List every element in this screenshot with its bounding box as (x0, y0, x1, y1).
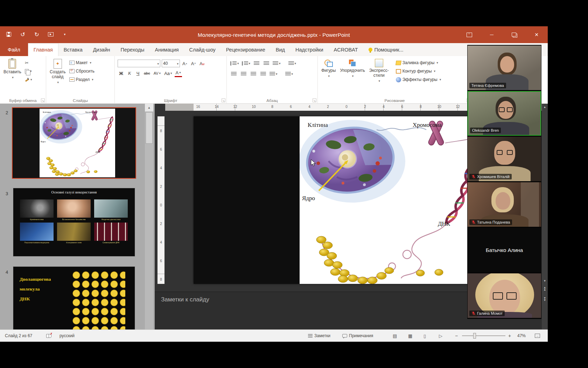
previous-slide-icon[interactable]: ▲▲ (542, 285, 548, 292)
next-slide-icon[interactable]: ▼▼ (542, 296, 548, 303)
clipboard-dialog-launcher-icon[interactable] (41, 98, 45, 102)
notes-icon (308, 334, 313, 338)
shape-effects-button[interactable]: Эффекты фигуры (394, 76, 443, 83)
increase-indent-button[interactable] (262, 60, 271, 67)
format-painter-button[interactable] (23, 76, 34, 83)
editor-scrollbar[interactable]: ▲ ▼ ▲▲ ▼▼ (542, 104, 548, 329)
reading-view-button[interactable]: ▯ (424, 330, 426, 342)
participant-video-2[interactable]: Oleksandr Bren (468, 91, 541, 136)
zoom-level[interactable]: 47% (517, 330, 526, 342)
participant-video-1[interactable]: Тетяна Єфремова (468, 46, 541, 90)
tab-animations[interactable]: Анимация (150, 43, 184, 56)
zoom-in-button[interactable] (508, 330, 511, 342)
justify-button[interactable] (259, 70, 267, 78)
forensics-image (20, 199, 54, 218)
paragraph-dialog-launcher-icon[interactable] (313, 98, 316, 102)
shape-fill-button[interactable]: Заливка фигуры (394, 59, 443, 67)
fit-to-window-button[interactable] (535, 330, 540, 342)
decrease-indent-button[interactable] (252, 60, 261, 67)
scroll-up-icon[interactable]: ▲ (145, 104, 153, 111)
columns-button[interactable] (269, 70, 278, 78)
align-text-button[interactable] (285, 70, 294, 78)
font-name-input[interactable] (119, 61, 157, 66)
slide-thumbnail-3[interactable]: Основні галузі використання Криміналісти… (13, 188, 135, 257)
scroll-down-icon[interactable]: ▼ (542, 278, 548, 285)
thumbnails-scrollbar[interactable]: ▲ (145, 104, 153, 329)
tab-tellme[interactable]: Помощник... (363, 43, 409, 56)
character-spacing-button[interactable]: AV (153, 69, 162, 77)
increase-font-icon[interactable]: А (181, 60, 189, 67)
justify-icon (260, 72, 266, 76)
tab-design[interactable]: Дизайн (88, 43, 115, 56)
new-slide-button[interactable]: Создатьслайд (48, 57, 68, 86)
scrollbar-thumb[interactable] (146, 112, 153, 144)
tab-review[interactable]: Рецензирование (221, 43, 271, 56)
arrange-button[interactable]: Упорядочить (338, 57, 367, 79)
ribbon-tabs: Файл Главная Вставка Дизайн Переходы Ани… (0, 43, 548, 56)
slideshow-view-button[interactable]: ▷ (439, 330, 442, 342)
numbering-button[interactable] (241, 60, 251, 67)
ribbon-display-options-button[interactable] (462, 29, 477, 40)
decrease-font-icon[interactable]: А (190, 60, 197, 67)
align-left-button[interactable] (230, 70, 238, 78)
bullets-button[interactable] (230, 60, 240, 67)
muted-mic-icon (471, 220, 476, 224)
clear-formatting-icon[interactable] (198, 60, 205, 67)
notes-toggle-button[interactable]: Заметки (308, 330, 330, 342)
change-case-button[interactable]: Aa (163, 69, 173, 77)
copy-button[interactable] (23, 67, 34, 75)
slide-sorter-view-button[interactable]: ▦ (408, 330, 412, 342)
tab-home[interactable]: Главная (28, 43, 58, 56)
participant-video-4[interactable]: Татьяна Поданева (468, 182, 541, 227)
paste-button[interactable]: Вставить (1, 57, 23, 81)
tab-transitions[interactable]: Переходы (115, 43, 150, 56)
align-center-button[interactable] (239, 70, 248, 78)
line-spacing-button[interactable] (272, 60, 281, 67)
participant-video-6[interactable]: Галина Момот (468, 273, 541, 318)
scroll-up-icon[interactable]: ▲ (542, 104, 548, 111)
slide-counter[interactable]: Слайд 2 из 67 (5, 330, 32, 342)
participant-name-label: Тетяна Єфремова (469, 83, 506, 88)
font-size-input[interactable] (163, 61, 177, 66)
align-right-button[interactable] (249, 70, 258, 78)
underline-button[interactable]: Ч (134, 69, 141, 77)
language-indicator[interactable]: русский (59, 330, 75, 342)
minimize-button[interactable] (484, 29, 499, 40)
font-dialog-launcher-icon[interactable] (222, 98, 225, 102)
text-direction-button[interactable] (288, 60, 297, 67)
shape-outline-button[interactable]: Контур фигуры (394, 67, 443, 75)
slide-thumbnail-4[interactable]: Дволанцюгова молекула ДНК (13, 266, 135, 329)
participant-video-3[interactable]: Хромишев Віталій (468, 137, 541, 181)
layout-button[interactable]: Макет (68, 59, 96, 67)
section-button[interactable]: Раздел (68, 76, 96, 83)
reset-button[interactable]: Сбросить (68, 67, 96, 75)
bold-button[interactable]: Ж (118, 69, 125, 77)
italic-button[interactable]: К (126, 69, 133, 77)
close-button[interactable] (529, 29, 544, 40)
shapes-button[interactable]: Фигуры (319, 57, 338, 79)
tab-file[interactable]: Файл (0, 43, 28, 56)
tab-acrobat[interactable]: ACROBAT (329, 43, 363, 56)
cell-dna-illustration[interactable] (300, 116, 487, 284)
font-name-combo[interactable] (118, 60, 160, 67)
zoom-slider-thumb[interactable] (473, 333, 476, 339)
zoom-out-button[interactable] (455, 330, 458, 342)
tab-slideshow[interactable]: Слайд-шоу (184, 43, 221, 56)
normal-view-button[interactable]: ▤ (393, 330, 397, 342)
strikethrough-button[interactable]: abc (143, 69, 151, 77)
spellcheck-icon[interactable] (46, 330, 51, 342)
diagnostics-image (94, 199, 128, 218)
slide-thumbnail-2[interactable] (12, 107, 136, 179)
participant-video-5[interactable]: Батычко Алина (468, 228, 541, 272)
zoom-slider[interactable] (462, 330, 505, 342)
quick-styles-button[interactable]: Экспресс-стили (367, 57, 391, 84)
tab-insert[interactable]: Вставка (58, 43, 88, 56)
restore-button[interactable] (506, 29, 522, 40)
slide-canvas[interactable] (194, 116, 498, 284)
font-color-button[interactable]: А (175, 69, 182, 77)
font-size-combo[interactable] (162, 60, 180, 67)
tab-addins[interactable]: Надстройки (290, 43, 329, 56)
tab-view[interactable]: Вид (271, 43, 290, 56)
comments-toggle-button[interactable]: Примечания (342, 330, 373, 342)
cut-button[interactable] (23, 59, 34, 67)
